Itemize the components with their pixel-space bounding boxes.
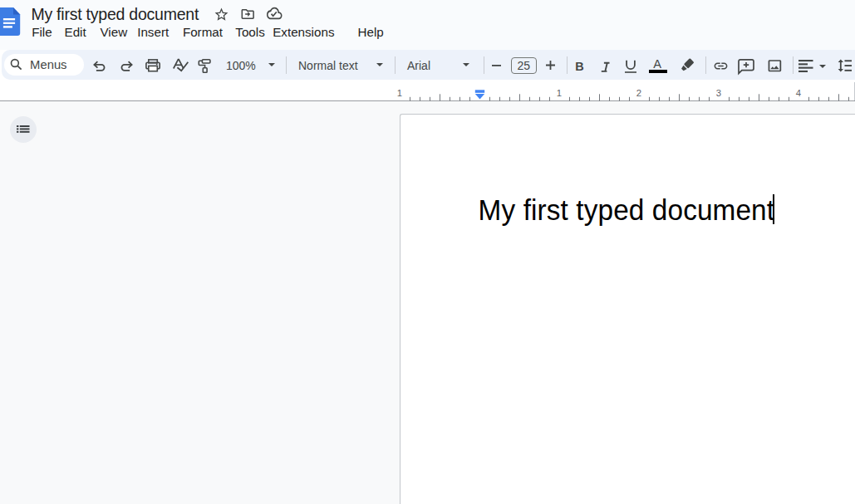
svg-text:2: 2	[636, 88, 641, 98]
svg-text:1: 1	[397, 88, 402, 98]
svg-text:1: 1	[557, 88, 562, 98]
svg-text:4: 4	[796, 88, 801, 98]
svg-text:3: 3	[716, 88, 721, 98]
